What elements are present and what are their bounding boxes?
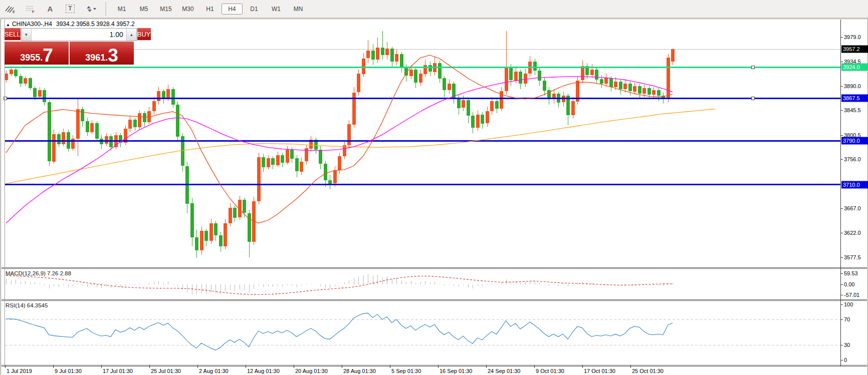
date-tick-label: 17 Oct 01:30 (584, 368, 615, 374)
tf-button-w1[interactable]: W1 (266, 4, 287, 15)
price-tick-label: 3845.5 (844, 107, 861, 113)
chart-plot-area[interactable] (1, 19, 867, 375)
date-tick-label: 9 Jul 01:30 (55, 368, 82, 374)
macd-tick-label: 59.53 (844, 270, 858, 276)
rsi-indicator-label: RSI(14) 64.3545 (6, 302, 48, 308)
date-tick-label: 20 Aug 01:30 (295, 368, 328, 374)
date-tick-label: 12 Aug 01:30 (247, 368, 280, 374)
price-badge-3924.0: 3924.0 (841, 64, 868, 71)
date-tick-label: 1 Jul 2019 (7, 368, 32, 374)
tf-button-mn[interactable]: MN (288, 4, 309, 15)
date-tick-label: 5 Sep 01:30 (391, 368, 421, 374)
buy-button[interactable]: BUY (137, 28, 151, 41)
sell-button[interactable]: SELL (5, 28, 21, 41)
tf-button-h4[interactable]: H4 (222, 4, 243, 15)
price-badge-3957.2: 3957.2 (841, 45, 868, 53)
ohlc-values: 3934.2 3958.5 3928.4 3957.2 (56, 21, 135, 28)
macd-tick-label: 0.00 (844, 281, 854, 287)
price-tick-label: 3577.5 (844, 254, 861, 260)
date-tick-label: 9 Oct 01:30 (536, 368, 564, 374)
date-tick-label: 2 Aug 01:30 (199, 368, 229, 374)
grid-icon[interactable]: F (20, 2, 40, 16)
price-tick-label: 3667.0 (844, 205, 861, 211)
one-click-trade-panel: SELL ▼ ▲ BUY 3955.7 3961.3 (5, 28, 134, 65)
rsi-tick-label: 0 (844, 357, 847, 363)
trading-terminal: E F A T M1M5M15M30H1H4D1W1MN ▲CHINA300-,… (0, 0, 868, 375)
symbol-period-label: CHINA300-,H4 (12, 21, 52, 28)
sell-price-button[interactable]: 3955.7 (5, 42, 69, 65)
tf-button-m5[interactable]: M5 (133, 4, 154, 15)
tf-button-m15[interactable]: M15 (155, 4, 176, 15)
price-tick-label: 3979.0 (844, 34, 861, 40)
rsi-tick-label: 100 (844, 301, 853, 307)
tf-button-d1[interactable]: D1 (244, 4, 265, 15)
collapse-caret-icon[interactable]: ▲ (6, 23, 10, 27)
text-label-icon[interactable]: A (40, 2, 60, 16)
text-box-icon[interactable]: T (60, 2, 80, 16)
buy-price-big-digit: 3 (108, 48, 118, 63)
sell-price-big-digit: 7 (43, 48, 53, 63)
sell-price-main: 3955. (20, 53, 43, 62)
toolbar-separator (105, 3, 107, 16)
toolbar: E F A T M1M5M15M30H1H4D1W1MN (0, 0, 868, 18)
date-tick-label: 17 Jul 01:30 (103, 368, 133, 374)
price-tick-label: 3622.0 (844, 230, 861, 236)
svg-text:F: F (32, 10, 35, 14)
price-badge-3867.5: 3867.5 (841, 95, 868, 102)
chart-window[interactable]: ▲CHINA300-,H43934.2 3958.5 3928.4 3957.2… (1, 19, 868, 375)
date-tick-label: 28 Aug 01:30 (343, 368, 376, 374)
macd-tick-label: -57.01 (844, 292, 859, 298)
timeframe-buttons: M1M5M15M30H1H4D1W1MN (111, 4, 309, 15)
price-badge-3790.0: 3790.0 (841, 137, 868, 145)
buy-price-button[interactable]: 3961.3 (70, 42, 134, 65)
tf-button-m1[interactable]: M1 (111, 4, 132, 15)
line-studies-icon[interactable]: E (0, 2, 20, 16)
tf-button-h1[interactable]: H1 (199, 4, 221, 15)
indicators-layer (5, 274, 840, 350)
date-tick-label: 24 Sep 01:30 (488, 368, 520, 374)
arrange-arrows-icon[interactable] (80, 2, 100, 16)
volume-increase-button[interactable]: ▲ (126, 29, 136, 41)
tf-button-m30[interactable]: M30 (177, 4, 198, 15)
price-tick-label: 3890.0 (844, 83, 861, 89)
volume-stepper: ▼ ▲ (21, 28, 137, 41)
price-badge-3710.0: 3710.0 (841, 181, 868, 188)
buy-price-main: 3961. (85, 53, 108, 62)
date-tick-label: 16 Sep 01:30 (440, 368, 472, 374)
rsi-tick-label: 70 (844, 316, 850, 322)
date-tick-label: 25 Jul 01:30 (151, 368, 181, 374)
price-tick-label: 3756.0 (844, 156, 861, 162)
date-tick-label: 25 Oct 01:30 (632, 368, 664, 374)
macd-indicator-label: MACD(12,26,9) 7.26 2.88 (6, 270, 71, 276)
volume-decrease-button[interactable]: ▼ (22, 29, 32, 41)
volume-input[interactable] (32, 29, 126, 41)
rsi-tick-label: 30 (844, 342, 850, 348)
candles-layer (5, 31, 675, 258)
chart-title: ▲CHINA300-,H43934.2 3958.5 3928.4 3957.2 (6, 21, 135, 28)
svg-text:E: E (13, 10, 15, 14)
